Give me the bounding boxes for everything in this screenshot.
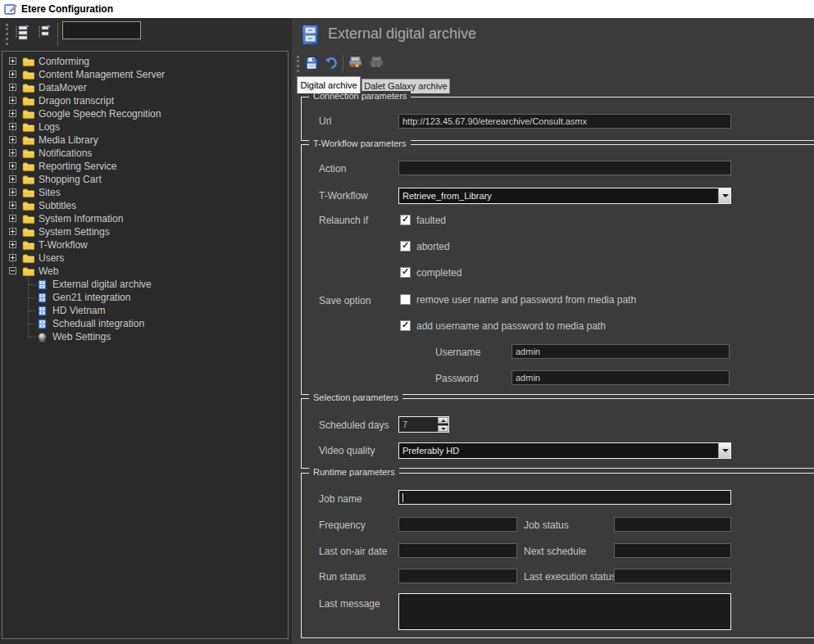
username-input[interactable] [512,344,730,359]
username-label: Username [435,347,480,358]
chevron-down-icon[interactable] [718,188,730,203]
expand-icon[interactable] [9,97,16,104]
tree-item-system-information[interactable]: System Information [2,212,288,225]
checkbox-unchecked-icon[interactable] [400,294,411,305]
expand-icon[interactable] [9,110,16,117]
tree-item-hd-vietnam[interactable]: HD Vietnam [2,304,288,317]
tworkflow-label: T-Workflow [319,190,368,202]
relaunch-if-label: Relaunch if [319,215,368,226]
tree-item-google-speech-recognition[interactable]: Google Speech Recognition [2,107,288,120]
tree-search-input[interactable] [62,21,141,39]
tree-item-t-workflow[interactable]: T-Workflow [2,238,288,252]
tree-item-gen21-integration[interactable]: Gen21 integration [2,291,288,304]
folder-icon [22,174,34,184]
collapse-icon[interactable] [9,267,16,274]
archive-icon [37,292,48,302]
expand-icon[interactable] [9,241,16,248]
last-onair-date-label: Last on-air date [319,546,387,557]
expand-icon[interactable] [9,136,16,143]
spin-down-icon[interactable] [438,425,448,432]
password-input[interactable] [512,370,730,385]
save-icon[interactable] [304,56,321,72]
next-schedule-input[interactable] [614,543,731,558]
tree-item-conforming[interactable]: Conforming [2,55,288,68]
folder-icon [22,252,34,263]
tree-item-content-management-server[interactable]: Content Management Server [2,68,288,81]
undo-icon[interactable] [324,56,340,72]
archive-icon [37,318,48,329]
tree-item-external-digital-archive[interactable]: External digital archive [2,278,288,291]
job-name-label: Job name [319,493,362,505]
toolbar-grip[interactable] [6,24,8,45]
tree-item-dragon-transcript[interactable]: Dragon transcript [2,94,288,107]
spin-up-icon[interactable] [438,417,448,424]
expand-icon[interactable] [9,175,16,183]
tree-item-reporting-service[interactable]: Reporting Service [2,160,288,173]
checkbox-checked-icon[interactable]: ✓ [400,241,411,252]
last-message-textarea[interactable] [398,593,731,630]
tree-item-media-library[interactable]: Media Library [2,134,288,147]
last-onair-date-input[interactable] [398,543,517,558]
tree-item-datamover[interactable]: DataMover [2,81,288,94]
expand-icon[interactable] [9,254,16,261]
tree-item-label: Gen21 integration [52,292,130,303]
tree-item-scheduall-integration[interactable]: Scheduall integration [2,317,288,330]
checkbox-label: completed [416,267,462,279]
run-status-input[interactable] [398,569,517,583]
main-toolbar [292,52,814,75]
tree-item-shopping-cart[interactable]: Shopping Cart [2,173,288,186]
chevron-down-icon[interactable] [718,443,730,458]
tree-connector-line [28,337,35,338]
tree-item-label: Subtitles [39,200,76,211]
tree-item-sites[interactable]: Sites [2,186,288,199]
job-name-input[interactable] [398,490,731,505]
expand-icon[interactable] [9,57,16,65]
expand-all-icon[interactable] [13,25,33,43]
folder-icon [22,213,34,224]
video-quality-dropdown[interactable]: Preferably HD [398,442,731,459]
collapse-all-icon[interactable] [36,25,56,43]
tree-item-label: Content Management Server [39,69,165,80]
external-archive-icon [299,24,321,46]
expand-icon[interactable] [9,123,16,130]
tree-item-logs[interactable]: Logs [2,120,288,134]
tree-item-label: HD Vietnam [52,305,105,316]
folder-icon [22,147,34,158]
folder-icon [22,226,34,237]
group-connection-parameters: Connection parameters Url [301,97,814,141]
frequency-input[interactable] [398,517,517,532]
scheduled-days-stepper[interactable]: 7 [398,416,449,433]
tree-item-label: Notifications [39,147,92,159]
expand-icon[interactable] [9,228,16,235]
tab-digital-archive[interactable]: Digital archive [297,76,361,93]
toolbar-grip[interactable] [297,56,299,72]
expand-icon[interactable] [9,162,16,170]
checkbox-checked-icon[interactable]: ✓ [400,320,411,331]
tree-item-web-settings[interactable]: Web Settings [2,330,288,343]
expand-icon[interactable] [9,149,16,156]
save-option-label: Save option [319,295,371,306]
tree-item-users[interactable]: Users [2,252,288,265]
tworkflow-dropdown[interactable]: Retrieve_from_Library [398,188,731,204]
expand-icon[interactable] [9,215,16,222]
expand-icon[interactable] [9,70,16,78]
url-input[interactable] [398,114,731,129]
tree-item-system-settings[interactable]: System Settings [2,225,288,238]
tree-item-notifications[interactable]: Notifications [2,147,288,160]
checkbox-checked-icon[interactable]: ✓ [400,215,411,225]
app-icon [4,2,17,16]
expand-icon[interactable] [9,202,16,209]
checkbox-checked-icon[interactable]: ✓ [400,267,411,278]
job-status-input[interactable] [614,517,731,532]
tree-item-subtitles[interactable]: Subtitles [2,199,288,212]
run-job-icon[interactable] [348,56,364,72]
expand-icon[interactable] [9,188,16,196]
stop-job-icon[interactable] [369,56,385,72]
tree-item-label: Google Speech Recognition [39,108,161,120]
run-status-label: Run status [319,571,366,583]
checkbox-label: remove user name and password from media… [416,294,636,306]
expand-icon[interactable] [9,84,16,91]
last-execution-status-input[interactable] [614,569,731,583]
tree-item-web[interactable]: Web [2,265,288,278]
action-input[interactable] [398,161,731,175]
